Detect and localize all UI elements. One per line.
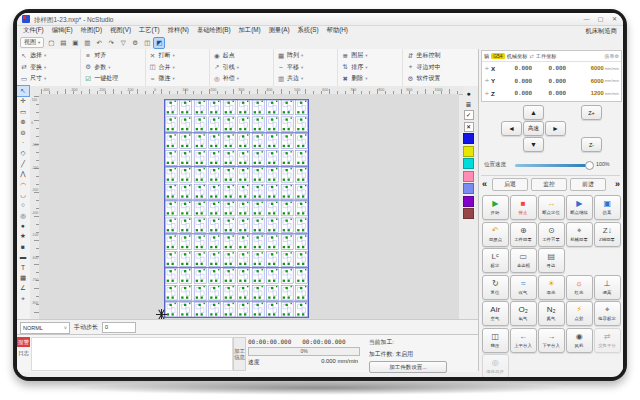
layer-color-periwinkle[interactable]	[463, 183, 474, 194]
pallet-exchange-button[interactable]: ⇄ 交换平台	[594, 328, 621, 353]
rounded-rect-tool[interactable]: ▬	[17, 252, 29, 262]
nitrogen-button[interactable]: N₂ 氮气	[538, 301, 565, 326]
simulate-button[interactable]: ▣ 仿真	[594, 195, 621, 220]
frame-select-icon[interactable]: ◩	[154, 38, 164, 48]
pager-monitor-tab[interactable]: 监控	[531, 178, 567, 191]
start-point-tool[interactable]: ◉ 起点	[213, 50, 273, 62]
follow-button[interactable]: ⊥ 调高	[594, 275, 621, 300]
zoom-in-tool[interactable]: ⊕	[17, 117, 29, 127]
speed-slider-knob[interactable]	[585, 161, 594, 170]
jog-right-button[interactable]: ►	[545, 121, 566, 136]
size-tool[interactable]: ▭ 尺寸 ▾	[20, 73, 80, 85]
text-tool[interactable]: T	[17, 263, 29, 273]
work-zero-set-button[interactable]: ⊙ 工件置零	[538, 222, 565, 247]
menu-item[interactable]: 工艺(T)	[135, 26, 164, 35]
pager-back-tab[interactable]: 后退	[492, 178, 528, 191]
draw-order-icon[interactable]: ●	[464, 89, 473, 98]
expand-chevron-icon[interactable]: »	[615, 178, 620, 190]
filter-icon[interactable]: ▽	[118, 38, 128, 48]
arc-tool[interactable]: ◠	[17, 180, 29, 190]
param-tool[interactable]: ⚙ 参数 ▾	[84, 62, 144, 74]
menu-item[interactable]: 基础绘图(B)	[193, 26, 235, 35]
star-tool[interactable]: ★	[17, 231, 29, 241]
layer-tool[interactable]: ≣ 图层 ▾	[341, 50, 401, 62]
coord-control-button[interactable]: ⇵ 坐标控制	[407, 50, 479, 62]
arc3p-tool[interactable]: ◡	[17, 190, 29, 200]
transform-tool[interactable]: ⇄ 变换 ▾	[20, 62, 80, 74]
open-file-icon[interactable]: ▤	[58, 38, 68, 48]
measure-tool[interactable]: ∠	[17, 283, 29, 293]
sort-tool[interactable]: ⇅ 排序 ▾	[341, 62, 401, 74]
layer-list-icon[interactable]: ≣	[464, 100, 473, 109]
pan-tool[interactable]: ✛	[17, 96, 29, 106]
red-light-button[interactable]: ☼ 红光	[566, 275, 593, 300]
menu-item[interactable]: 编辑(E)	[48, 26, 77, 35]
work-zero-return-button[interactable]: ⊕ 工件回零	[510, 222, 537, 247]
return-origin-button[interactable]: ↶ 回原点	[482, 222, 509, 247]
layer-color-pink[interactable]	[463, 171, 474, 182]
co-edge-tool[interactable]: ▥ 共边 ▾	[277, 73, 337, 85]
select-tool[interactable]: ↖	[17, 86, 29, 96]
zoom-out-tool[interactable]: ⊖	[17, 128, 29, 138]
jog-left-button[interactable]: ◄	[501, 121, 522, 136]
layer-color-blue[interactable]	[463, 133, 474, 144]
translate-tool[interactable]: ⇔ 平移 ▾	[277, 62, 337, 74]
alarm-tab[interactable]: 报警	[17, 337, 30, 347]
image-tool[interactable]: ▦	[17, 273, 29, 283]
voltage-button[interactable]: ◫ 稳压	[482, 328, 509, 353]
step-input[interactable]: 0	[102, 322, 136, 333]
jog-z-minus-button[interactable]: Z-	[581, 137, 602, 152]
node-edit-tool[interactable]: ◇	[17, 148, 29, 158]
breakpoint-continue-button[interactable]: ▶ 断点继续	[566, 195, 593, 220]
burst-button[interactable]: ⚡ 点射	[566, 301, 593, 326]
z-zero-button[interactable]: Z↓ Z轴回零	[594, 222, 621, 247]
undo-icon[interactable]: ↶	[94, 38, 104, 48]
show-layer-check[interactable]: ✓	[464, 110, 474, 120]
save-all-icon[interactable]: ▥	[82, 38, 92, 48]
log-tab[interactable]: 日志	[17, 348, 30, 358]
select-tool[interactable]: ↖ 选择 ▾	[20, 50, 80, 62]
delete-tool[interactable]: ✖ 删除 ▾	[341, 73, 401, 85]
software-settings-button[interactable]: ⚙ 软件设置	[407, 73, 479, 85]
view-chip[interactable]: 视图 ▾	[20, 37, 44, 48]
zoom-window-tool[interactable]: ▭	[17, 107, 29, 117]
reset-button[interactable]: ↻ 复位	[482, 275, 509, 300]
air-button[interactable]: Air 空气	[482, 301, 509, 326]
swap-icon[interactable]: ⇄	[529, 53, 533, 59]
jog-fast-button[interactable]: 高速	[523, 121, 544, 136]
breakpoint-locate-button[interactable]: ↔ 断点定位	[538, 195, 565, 220]
upper-pallet-button[interactable]: ← 上平台入	[510, 328, 537, 353]
cap-calibrate-button[interactable]: ⌖ 电容标定	[594, 301, 621, 326]
part-count-settings-button[interactable]: 加工件数设置...	[369, 361, 447, 373]
auto-process-tool[interactable]: ☑ 一键处理	[84, 73, 144, 85]
ring-tool[interactable]: ◎	[17, 211, 29, 221]
laser-button[interactable]: ☀ 激光	[538, 275, 565, 300]
speed-slider-track[interactable]	[515, 164, 589, 167]
jog-up-button[interactable]: ▲	[523, 105, 544, 120]
log-area[interactable]	[31, 337, 233, 371]
menu-item[interactable]: 视图(V)	[106, 26, 135, 35]
menu-item[interactable]: 文件(F)	[19, 26, 48, 35]
mode-select[interactable]: NORML ∨	[20, 322, 70, 334]
settings-icon[interactable]: ⚙	[130, 38, 140, 48]
align-tool[interactable]: ≡ 对齐	[84, 50, 144, 62]
maximize-button[interactable]: ▢	[594, 14, 607, 24]
menu-item[interactable]: 测量(A)	[265, 26, 294, 35]
canvas-viewport[interactable]	[39, 94, 459, 319]
break-tool[interactable]: ✕ 打断 ▾	[149, 50, 209, 62]
edge-seek-button[interactable]: ▤ 寻边	[538, 248, 565, 273]
calibrate-button[interactable]: Lᶜ 标定	[482, 248, 509, 273]
menu-item[interactable]: 系统(S)	[294, 26, 323, 35]
gear-icon[interactable]: ⚙	[615, 53, 619, 59]
jog-z-plus-button[interactable]: Z+	[581, 105, 602, 120]
layer-color-cyan[interactable]	[463, 158, 474, 169]
minimize-button[interactable]: —	[580, 14, 593, 24]
close-button[interactable]: ✕	[608, 14, 621, 24]
start-button[interactable]: ▶ 开始	[482, 195, 509, 220]
lead-line-tool[interactable]: ↗ 引线 ▾	[213, 62, 273, 74]
point-tool[interactable]: ·	[17, 138, 29, 148]
disc-tool[interactable]: ●	[17, 221, 29, 231]
menu-item[interactable]: 排样(N)	[164, 26, 193, 35]
layer-color-yellow[interactable]	[463, 146, 474, 157]
layer-color-purple[interactable]	[463, 196, 474, 207]
